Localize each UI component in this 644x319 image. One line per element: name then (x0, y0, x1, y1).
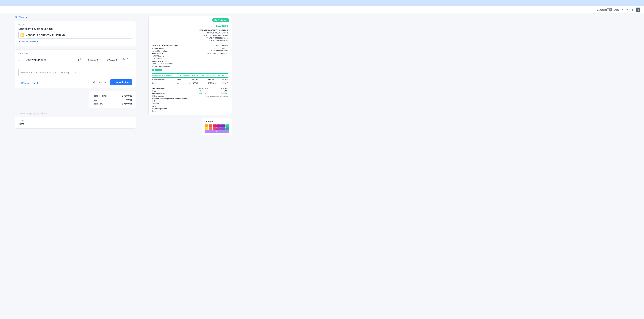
chevron-down-icon[interactable]: ⌄ (130, 58, 132, 61)
color-swatch[interactable] (226, 127, 229, 130)
title-value: Titre (18, 122, 132, 126)
client-section-label: CLIENT (18, 24, 132, 26)
client-select[interactable]: CA ✕ ▾ (18, 31, 132, 38)
gear-icon[interactable] (631, 8, 634, 12)
totals-panel: Total HT final2 750,00€ TVA0,00€ Total T… (89, 91, 136, 108)
color-swatch[interactable] (204, 127, 208, 130)
total-ht-value: 2 750,00€ (122, 94, 132, 97)
invoice-client-block: MONSIEUR CORENTIN ALLEMAND 33 RUE DU SAI… (152, 29, 228, 42)
or-add-text: Ou ajoutez une (93, 81, 108, 83)
svg-rect-0 (124, 59, 124, 60)
client-input[interactable] (26, 34, 121, 36)
article-price-ttc: 1 000,00 € TTC (106, 58, 120, 61)
change-client-link[interactable]: Changer (15, 16, 27, 18)
header: Démarrer ? Aide RS (0, 6, 644, 13)
table-header: Désignation et description (152, 73, 176, 77)
color-swatch[interactable] (226, 124, 229, 127)
table-header: Unité (176, 73, 182, 77)
title-section-label: TITRE (18, 120, 132, 121)
total-ttc-label: Total TTC (92, 102, 103, 105)
color-picker-bar[interactable]: ✎ (204, 130, 229, 133)
article-price-ht: 1 000,00 € HT (88, 58, 100, 61)
article-library-select[interactable]: Sélectionnez un article depuis votre bib… (18, 69, 132, 76)
color-swatch[interactable] (221, 124, 225, 127)
email-display: corentin.spot@gmail.com (20, 112, 136, 115)
trash-icon[interactable] (126, 58, 128, 61)
drag-handle-icon[interactable]: ⋮⋮ (18, 58, 24, 61)
chevron-down-icon: ▾ (75, 71, 130, 74)
invoice-sender-block: MONSIEUR ROMAIN SAGUIN EI Romain Saguin … (152, 44, 178, 71)
color-swatch[interactable] (221, 127, 225, 130)
table-row: Logoheure5350,00 €1 750,00 €1 750,00 € (152, 81, 228, 85)
invoice-table: Désignation et descriptionUnitéQuantitéP… (152, 73, 228, 85)
start-link[interactable]: Démarrer (597, 8, 607, 11)
article-select-placeholder: Sélectionnez un article depuis votre bib… (21, 71, 75, 74)
clear-icon[interactable]: ✕ (123, 34, 126, 37)
configure-button[interactable]: ⚙Configurer (212, 18, 230, 22)
color-swatch[interactable] (209, 124, 212, 127)
help-icon[interactable]: ? (609, 8, 612, 11)
gear-icon: ⚙ (214, 19, 217, 21)
payment-terms: Délai de paiement30 jours Pénalité de re… (152, 87, 188, 112)
preview-totals: Total HT final2 750,00 € TVA0,00 € Total… (198, 87, 228, 112)
color-swatch[interactable] (209, 127, 212, 130)
table-header: Montant TTC (216, 73, 228, 77)
table-row: Charte graphiqueunité11 000,00 €1 000,00… (152, 77, 228, 81)
color-swatch[interactable] (217, 127, 221, 130)
table-header: Quantité (182, 73, 190, 77)
social-icons (152, 69, 178, 71)
client-avatar-icon: CA (20, 33, 24, 37)
facebook-icon (152, 69, 154, 71)
top-band (0, 0, 644, 6)
avatar[interactable]: RS (636, 7, 640, 12)
tva-value: 0,00€ (126, 98, 132, 101)
table-header: Montant HT (205, 73, 216, 77)
megaphone-icon[interactable] (621, 8, 624, 11)
total-ht-label: Total HT final (92, 94, 107, 97)
color-panel: Couleur ✎ (202, 118, 232, 135)
table-header: Prix u. HT (190, 73, 200, 77)
invoice-title: Facture (152, 24, 228, 28)
global-reduction-link[interactable]: + Réduction globale (18, 81, 39, 85)
invoice-meta: StatutBrouillon N° du document Document … (206, 44, 228, 71)
article-row: ⋮⋮ Charte graphique 1 Q 1 000,00 € HT 1 … (18, 57, 132, 62)
total-ttc-value: 2 750,00€ (122, 102, 132, 105)
color-swatch[interactable] (213, 127, 217, 130)
invoice-preview: ⚙Configurer Facture MONSIEUR CORENTIN AL… (148, 16, 232, 115)
notification-dot (607, 8, 608, 9)
title-card: TITRE Titre (15, 117, 136, 129)
web-icon (160, 69, 162, 71)
instagram-icon (154, 69, 157, 71)
articles-section-label: ARTICLES (18, 52, 132, 54)
svg-rect-1 (123, 58, 124, 59)
color-panel-title: Couleur (204, 120, 229, 123)
copy-icon[interactable] (123, 58, 125, 61)
chevron-down-icon[interactable]: ▾ (128, 34, 130, 37)
color-swatch[interactable] (213, 124, 217, 127)
linkedin-icon (158, 69, 160, 71)
article-name: Charte graphique (26, 58, 76, 61)
articles-card: ARTICLES ⋮⋮ Charte graphique 1 Q 1 000,0… (15, 49, 136, 88)
help-link[interactable]: Aide (614, 8, 620, 11)
table-header: TVA (200, 73, 205, 77)
new-line-button[interactable]: + Nouvelle ligne (110, 79, 132, 85)
color-swatch[interactable] (204, 124, 208, 127)
color-swatch[interactable] (217, 124, 221, 127)
modify-client-link[interactable]: Modifier ce client (18, 40, 38, 43)
store-icon[interactable] (626, 8, 629, 11)
article-qty: 1 Q (78, 58, 81, 61)
tva-label: TVA (92, 98, 97, 101)
client-card: CLIENT Sélectionnez ou créez un client C… (15, 21, 136, 46)
client-prompt: Sélectionnez ou créez un client (18, 27, 132, 30)
